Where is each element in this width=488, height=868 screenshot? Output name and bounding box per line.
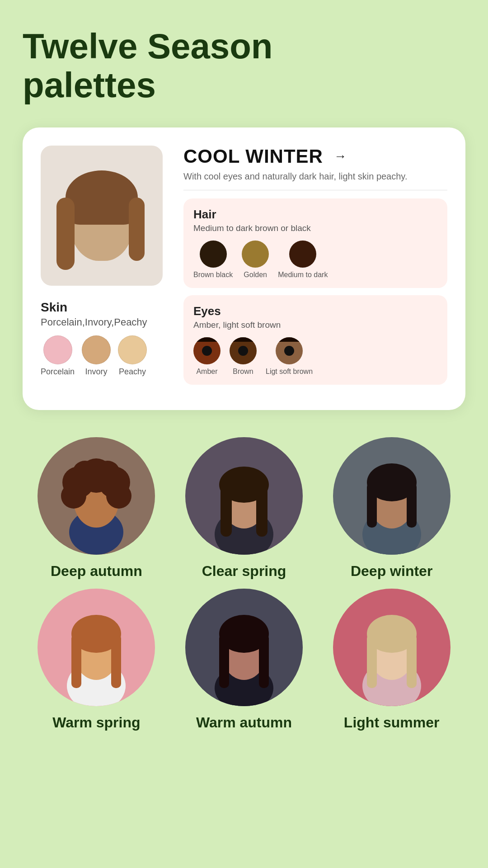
svg-rect-30 bbox=[71, 634, 81, 688]
deep-winter-circle bbox=[333, 437, 450, 555]
svg-rect-24 bbox=[407, 482, 417, 528]
svg-point-10 bbox=[95, 461, 120, 486]
eye-pupil-3 bbox=[284, 346, 294, 356]
brownblack-hair-swatch bbox=[200, 241, 227, 268]
svg-rect-38 bbox=[259, 634, 269, 688]
svg-rect-45 bbox=[407, 634, 417, 688]
person-deep-autumn[interactable]: Deep autumn bbox=[38, 437, 155, 580]
deep-autumn-circle bbox=[38, 437, 155, 555]
skin-section: Skin Porcelain,Invory,Peachy Porcelain I… bbox=[41, 300, 147, 380]
svg-rect-37 bbox=[219, 634, 229, 688]
svg-point-8 bbox=[106, 483, 131, 509]
person-clear-spring[interactable]: Clear spring bbox=[185, 437, 303, 580]
divider bbox=[183, 190, 447, 190]
eyes-trait-sub: Amber, light soft brown bbox=[193, 320, 437, 330]
porcelain-swatch bbox=[43, 335, 72, 364]
persons-row-1: Deep autumn Clear spring bbox=[23, 437, 465, 580]
swatch-peachy: Peachy bbox=[118, 335, 147, 377]
season-title: COOL WINTER bbox=[183, 146, 323, 167]
person-light-summer[interactable]: Light summer bbox=[333, 589, 450, 731]
clear-spring-circle bbox=[185, 437, 303, 555]
svg-point-9 bbox=[72, 461, 98, 486]
golden-hair-swatch bbox=[242, 241, 269, 268]
person-deep-winter[interactable]: Deep winter bbox=[333, 437, 450, 580]
warm-autumn-name: Warm autumn bbox=[196, 714, 292, 731]
eye-swatch-brown: Brown bbox=[230, 337, 257, 376]
eye-lashes-3 bbox=[276, 337, 303, 342]
hair-trait-title: Hair bbox=[193, 208, 437, 222]
swatch-invory: Invory bbox=[82, 335, 111, 377]
eye-pupil bbox=[202, 346, 212, 356]
svg-point-7 bbox=[61, 483, 86, 509]
hair-swatch-medium-dark: Medium to dark bbox=[278, 241, 328, 279]
eye-swatch-amber: Amber bbox=[193, 337, 221, 376]
svg-rect-16 bbox=[221, 482, 232, 537]
deep-autumn-name: Deep autumn bbox=[51, 563, 142, 580]
season-card: Skin Porcelain,Invory,Peachy Porcelain I… bbox=[23, 127, 465, 410]
page-title: Twelve Season palettes bbox=[23, 27, 465, 105]
hair-swatch-brownblack: Brown black bbox=[193, 241, 233, 279]
card-right: COOL WINTER → With cool eyes and natural… bbox=[183, 146, 447, 392]
eye-pupil-2 bbox=[238, 346, 248, 356]
light-summer-name: Light summer bbox=[344, 714, 440, 731]
card-left: Skin Porcelain,Invory,Peachy Porcelain I… bbox=[41, 146, 167, 392]
hair-trait-sub: Medium to dark brown or black bbox=[193, 223, 437, 233]
svg-rect-23 bbox=[367, 482, 377, 528]
eye-swatches: Amber Brown Ligt soft brown bbox=[193, 337, 437, 376]
invory-swatch bbox=[82, 335, 111, 364]
eye-lashes-2 bbox=[230, 337, 257, 342]
svg-rect-31 bbox=[111, 634, 121, 688]
softbrown-eye-swatch bbox=[276, 337, 303, 364]
clear-spring-name: Clear spring bbox=[202, 563, 286, 580]
hair-swatches: Brown black Golden Medium to dark bbox=[193, 241, 437, 279]
warm-spring-name: Warm spring bbox=[52, 714, 140, 731]
light-summer-circle bbox=[333, 589, 450, 706]
person-warm-spring[interactable]: Warm spring bbox=[38, 589, 155, 731]
swatch-porcelain: Porcelain bbox=[41, 335, 75, 377]
warm-autumn-circle bbox=[185, 589, 303, 706]
skin-sublabel: Porcelain,Invory,Peachy bbox=[41, 316, 147, 328]
skin-swatches: Porcelain Invory Peachy bbox=[41, 335, 147, 377]
season-header: COOL WINTER → bbox=[183, 146, 447, 167]
svg-rect-44 bbox=[367, 634, 377, 688]
portrait-photo bbox=[41, 146, 163, 286]
warm-spring-circle bbox=[38, 589, 155, 706]
amber-eye-swatch bbox=[193, 337, 221, 364]
brown-eye-swatch bbox=[230, 337, 257, 364]
svg-rect-17 bbox=[256, 482, 267, 537]
hair-trait-box: Hair Medium to dark brown or black Brown… bbox=[183, 198, 447, 288]
skin-label: Skin bbox=[41, 300, 147, 315]
eyes-trait-box: Eyes Amber, light soft brown Amber Brown bbox=[183, 295, 447, 385]
person-warm-autumn[interactable]: Warm autumn bbox=[185, 589, 303, 731]
peachy-swatch bbox=[118, 335, 147, 364]
persons-row-2: Warm spring Warm autumn bbox=[23, 589, 465, 731]
mediumdark-hair-swatch bbox=[289, 241, 316, 268]
eye-swatch-softbrown: Ligt soft brown bbox=[266, 337, 313, 376]
eyes-trait-title: Eyes bbox=[193, 304, 437, 318]
deep-winter-name: Deep winter bbox=[351, 563, 432, 580]
eye-lashes bbox=[193, 337, 221, 342]
season-arrow[interactable]: → bbox=[330, 146, 350, 166]
season-description: With cool eyes and naturally dark hair, … bbox=[183, 170, 447, 183]
hair-swatch-golden: Golden bbox=[242, 241, 269, 279]
